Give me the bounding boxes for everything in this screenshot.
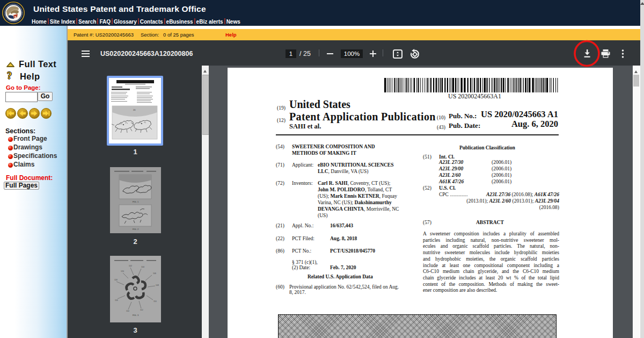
svg-text:114: 114: [126, 310, 129, 312]
svg-text:118: 118: [114, 279, 118, 281]
svg-text:FIG. 1: FIG. 1: [133, 200, 139, 203]
svg-text:104: 104: [141, 266, 144, 268]
svg-text:120: 120: [121, 270, 124, 272]
svg-text:110: 110: [153, 300, 157, 303]
svg-text:102: 102: [129, 265, 132, 267]
svg-text:FIG. 3: FIG. 3: [133, 314, 139, 317]
svg-text:112: 112: [140, 309, 143, 311]
svg-text:106: 106: [153, 272, 156, 275]
svg-text:116: 116: [115, 299, 118, 301]
svg-text:FIG. 2: FIG. 2: [133, 228, 139, 231]
svg-text:20: 20: [133, 109, 136, 111]
svg-text:108: 108: [156, 284, 159, 286]
